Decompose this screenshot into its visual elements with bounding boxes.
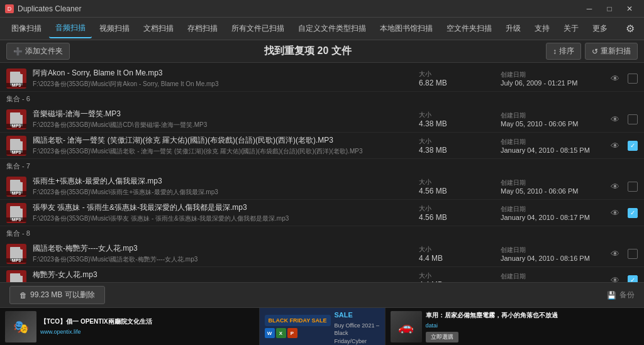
sort-button[interactable]: ↕ 排序: [546, 43, 581, 60]
nav-bar: 图像扫描 音频扫描 视频扫描 文档扫描 存档扫描 所有文件已扫描 自定义文件类型…: [0, 18, 644, 40]
excel-icon: X: [276, 328, 286, 338]
file-symbol: [10, 273, 23, 283]
nav-custom-scan[interactable]: 自定义文件类型扫描: [292, 19, 372, 38]
office-title: Office 2021 BLACK FRIDAY SALE: [335, 308, 380, 320]
result-title: 找到重复项 20 文件: [75, 45, 541, 58]
select-checkbox[interactable]: [628, 114, 638, 124]
preview-button[interactable]: 👁: [608, 273, 623, 283]
ad3-cta-button[interactable]: 立即選購: [426, 332, 458, 342]
bottom-bar: 🗑 99.23 MB 可以删除 💾 备份: [0, 282, 644, 307]
preview-button[interactable]: 👁: [608, 205, 623, 221]
preview-button[interactable]: 👁: [608, 112, 623, 127]
ad-item-2[interactable]: BLACK FRIDAY SALE W X P Office 2021 BLAC…: [260, 308, 386, 346]
file-info: 音樂磁場-滄海一聲笑.MP3 F:\2023备份(353GB)\Music\國語…: [33, 109, 413, 129]
file-size: 大小 4.56 MB: [419, 204, 494, 222]
nav-video-scan[interactable]: 视频扫描: [93, 19, 136, 38]
close-button[interactable]: ✕: [620, 3, 639, 15]
file-date: 创建日期 January 04, 2010 - 08:17 PM: [501, 205, 601, 221]
select-checkbox[interactable]: [628, 182, 638, 192]
delete-button[interactable]: 🗑 99.23 MB 可以删除: [9, 286, 105, 304]
title-bar-left: D Duplicates Cleaner: [5, 4, 81, 13]
select-checkbox[interactable]: [628, 208, 638, 218]
minimize-button[interactable]: ─: [580, 3, 599, 15]
file-info: 國語老歌-梅艷芳----女人花.mp3 F:\2023备份(353GB)\Mus…: [33, 243, 413, 264]
preview-button[interactable]: 👁: [608, 246, 623, 261]
file-date: 创建日期 January 04, 2010 - 08:15 PM: [501, 138, 601, 154]
table-row: MP3 張學友 張惠妹 - 張雨生&張惠妹-我最深愛的人傷我都是最深.mp3 F…: [0, 200, 644, 226]
ad-text-1: 【TCO】倡一 OPENTIX兩廳院文化生活 www.opentix.life: [40, 317, 152, 336]
table-row: MP3 音樂磁場-滄海一聲笑.MP3 F:\2023备份(353GB)\Musi…: [0, 106, 644, 133]
settings-icon[interactable]: ⚙: [621, 20, 639, 38]
file-info: 阿肯Akon - Sorry, Blame It On Me.mp3 F:\20…: [33, 68, 413, 89]
toolbar-left-actions: ↕ 排序 ↺ 重新扫描: [546, 43, 638, 60]
nav-upgrade[interactable]: 升级: [499, 19, 527, 38]
file-actions: 👁: [608, 179, 638, 194]
file-path: F:\2023备份(353GB)\Music\國語老歌 - 滄海一聲笑 (笑傲江…: [33, 147, 413, 156]
nav-about[interactable]: 关于: [557, 19, 585, 38]
select-checkbox[interactable]: [628, 141, 638, 151]
maximize-button[interactable]: □: [600, 3, 619, 15]
sort-icon: ↕: [553, 47, 557, 56]
group-label: 集合 - 8: [0, 226, 644, 241]
select-checkbox[interactable]: [628, 74, 638, 84]
file-actions: 👁: [608, 205, 638, 221]
file-icon: MP3: [6, 136, 26, 156]
preview-button[interactable]: 👁: [608, 138, 623, 153]
file-list: MP3 阿肯Akon - Sorry, Blame It On Me.mp3 F…: [0, 63, 644, 282]
table-row: MP3 國語老歌-梅艷芳----女人花.mp3 F:\2023备份(353GB)…: [0, 241, 644, 267]
ad-item-1[interactable]: 🎭 【TCO】倡一 OPENTIX兩廳院文化生活 www.opentix.lif…: [0, 308, 260, 346]
file-date: 创建日期 July 06, 2009 - 01:21 PM: [501, 70, 601, 87]
file-actions: 👁: [608, 71, 638, 86]
nav-support[interactable]: 支持: [528, 19, 556, 38]
file-size: 大小 4.4 MB: [419, 245, 494, 263]
file-info: 張學友 張惠妹 - 張雨生&張惠妹-我最深愛的人傷我都是最深.mp3 F:\20…: [33, 202, 413, 223]
file-size: 大小 4.38 MB: [419, 111, 494, 128]
nav-more[interactable]: 更多: [586, 19, 614, 38]
table-row: MP3 國語老歌- 滄海一聲笑 (笑傲江湖)(徐克 羅大佑)(國語)(布袋戲)(…: [0, 133, 644, 159]
file-icon: MP3: [6, 270, 26, 283]
file-info: 梅艷芳-女人花.mp3 F:\2023备份(353GB)\Music\梅艷芳-女…: [33, 270, 413, 282]
preview-button[interactable]: 👁: [608, 179, 623, 194]
nav-empty-folder[interactable]: 空文件夹扫描: [440, 19, 498, 38]
file-date: 创建日期 May 05, 2010 - 06:06 PM: [501, 111, 601, 128]
nav-all-scan[interactable]: 所有文件已扫描: [225, 19, 291, 38]
file-actions: 👁: [608, 273, 638, 283]
file-path: F:\2023备份(353GB)\Music\張雨生+張惠妹-最愛的人傷我最深.…: [33, 188, 413, 197]
file-icon: MP3: [6, 244, 26, 264]
add-folder-button[interactable]: ➕ 添加文件夹: [6, 43, 70, 60]
file-date: 创建日期 July 06, 2009 - 01:21 PM: [501, 272, 601, 283]
delete-icon: 🗑: [19, 291, 27, 300]
nav-doc-scan[interactable]: 文档扫描: [137, 19, 180, 38]
file-icon: MP3: [6, 177, 26, 197]
nav-archive-scan[interactable]: 存档扫描: [181, 19, 224, 38]
file-name: 音樂磁場-滄海一聲笑.MP3: [33, 109, 413, 119]
file-path: F:\2023备份(353GB)\Music\國語CD\音樂磁場-滄海一聲笑.M…: [33, 121, 413, 129]
file-info: 張雨生+張惠妹-最愛的人傷我最深.mp3 F:\2023备份(353GB)\Mu…: [33, 176, 413, 197]
file-actions: 👁: [608, 112, 638, 127]
plus-icon: ➕: [13, 47, 23, 56]
file-actions: 👁: [608, 138, 638, 153]
app-icon: D: [5, 4, 14, 13]
backup-section: 💾 备份: [607, 290, 635, 300]
toolbar: ➕ 添加文件夹 找到重复项 20 文件 ↕ 排序 ↺ 重新扫描: [0, 40, 644, 63]
ad-thumbnail-1: 🎭: [5, 311, 36, 342]
rescan-button[interactable]: ↺ 重新扫描: [585, 43, 638, 60]
file-name: 國語老歌- 滄海一聲笑 (笑傲江湖)(徐克 羅大佑)(國語)(布袋戲)(台語)(…: [33, 135, 413, 146]
ad-banner: 🎭 【TCO】倡一 OPENTIX兩廳院文化生活 www.opentix.lif…: [0, 307, 644, 345]
file-path: F:\2023备份(353GB)\Music\國語老歌-梅艷芳----女人花.m…: [33, 255, 413, 264]
select-checkbox[interactable]: [628, 275, 638, 283]
nav-library-scan[interactable]: 本地图书馆扫描: [374, 19, 439, 38]
ad-item-3[interactable]: 🚗 車用：居家必備無塵電霧，再小的角落也不放過 datai 立即選購: [386, 308, 645, 346]
group-label: 集合 - 6: [0, 92, 644, 106]
nav-audio-scan[interactable]: 音频扫描: [49, 19, 92, 38]
toolbar-right: ➕ 添加文件夹: [6, 43, 70, 60]
file-date: 创建日期 May 05, 2010 - 06:06 PM: [501, 178, 601, 195]
nav-image-scan[interactable]: 图像扫描: [5, 19, 48, 38]
preview-button[interactable]: 👁: [608, 71, 623, 86]
ad-thumbnail-3: 🚗: [391, 311, 422, 342]
window-controls: ─ □ ✕: [580, 3, 639, 15]
file-date: 创建日期 January 04, 2010 - 08:16 PM: [501, 246, 601, 262]
file-size: 大小 6.82 MB: [419, 70, 494, 87]
select-checkbox[interactable]: [628, 249, 638, 259]
title-bar: D Duplicates Cleaner ─ □ ✕: [0, 0, 644, 18]
